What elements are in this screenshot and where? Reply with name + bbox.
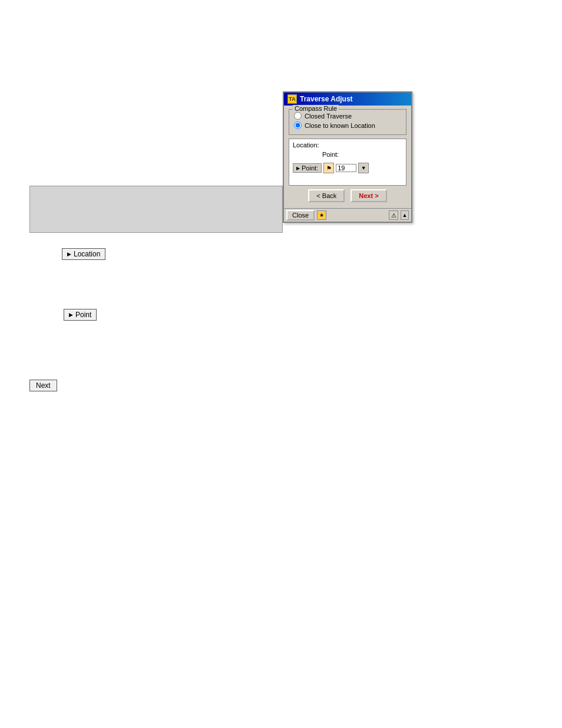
dialog-title: Traverse Adjust [300, 95, 353, 103]
closed-traverse-label: Closed Traverse [305, 113, 352, 120]
gray-bar-area [29, 186, 283, 233]
footer-icon: ★ [317, 210, 326, 220]
close-known-radio[interactable] [294, 121, 302, 129]
close-button[interactable]: Close [286, 210, 315, 220]
back-button[interactable]: < Back [308, 189, 345, 202]
point-icon: ⚑ [323, 163, 334, 173]
close-known-label: Close to known Location [305, 122, 375, 129]
point-dropdown[interactable]: ▼ [358, 163, 369, 173]
traverse-adjust-dialog: TA Traverse Adjust Compass Rule Closed T… [283, 91, 412, 223]
point-button[interactable]: Point [64, 309, 97, 321]
dialog-body: Compass Rule Closed Traverse Close to kn… [284, 106, 411, 208]
next-button[interactable]: Next > [351, 189, 386, 202]
point-input[interactable] [336, 164, 356, 172]
compass-rule-group: Compass Rule Closed Traverse Close to kn… [289, 109, 406, 135]
dialog-titlebar: TA Traverse Adjust [284, 93, 411, 106]
dialog-buttons-row: < Back Next > [289, 189, 406, 202]
footer-warning-icon: ⚠ [389, 210, 398, 220]
dialog-title-icon: TA [287, 94, 297, 104]
footer-expand-button[interactable]: ▲ [401, 210, 409, 220]
dialog-footer: Close ★ ⚠ ▲ [284, 208, 411, 222]
closed-traverse-radio-item: Closed Traverse [294, 112, 401, 120]
location-group: Location: Point: Point: ⚑ ▼ [289, 139, 406, 186]
next-standalone-button[interactable]: Next [29, 380, 57, 391]
point-field-button[interactable]: Point: [293, 163, 322, 173]
location-button[interactable]: Location [62, 248, 105, 260]
point-row: Point: ⚑ ▼ [293, 163, 402, 173]
close-known-radio-item: Close to known Location [294, 121, 401, 129]
compass-rule-legend: Compass Rule [293, 105, 339, 112]
point-label-above: Point: [322, 151, 402, 158]
location-label: Location: [293, 141, 402, 149]
closed-traverse-radio[interactable] [294, 112, 302, 120]
